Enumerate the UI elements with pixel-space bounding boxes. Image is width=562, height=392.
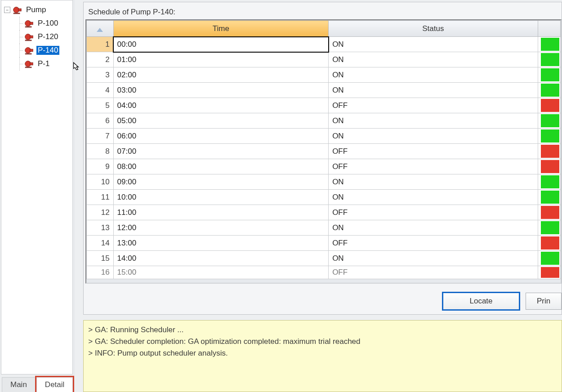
svg-rect-8	[25, 40, 32, 41]
cell-time[interactable]: 13:00	[113, 236, 329, 251]
cell-status[interactable]: ON	[329, 129, 538, 144]
pump-icon	[24, 32, 34, 42]
table-row[interactable]: 403:00ON	[87, 83, 561, 98]
row-number[interactable]: 8	[87, 144, 113, 159]
tree-item-p-140[interactable]: P-140	[16, 44, 71, 57]
cell-time[interactable]: 11:00	[113, 205, 329, 220]
row-number[interactable]: 7	[87, 129, 113, 144]
row-number[interactable]: 11	[87, 190, 113, 205]
print-button[interactable]: Prin	[526, 293, 562, 310]
status-color	[538, 251, 561, 266]
table-row[interactable]: 100:00ON	[87, 37, 561, 52]
table-row[interactable]: 1211:00OFF	[87, 205, 561, 220]
cell-status[interactable]: ON	[329, 190, 538, 205]
row-number[interactable]: 16	[87, 266, 113, 279]
tree-label: P-100	[36, 19, 59, 28]
cell-time[interactable]: 08:00	[113, 159, 329, 174]
table-row[interactable]: 1009:00ON	[87, 174, 561, 190]
cell-status[interactable]: ON	[329, 67, 538, 83]
cell-time[interactable]: 10:00	[113, 190, 329, 205]
row-number[interactable]: 6	[87, 113, 113, 129]
row-number[interactable]: 9	[87, 159, 113, 174]
cell-status[interactable]: OFF	[329, 98, 538, 113]
cell-status[interactable]: OFF	[329, 159, 538, 174]
row-number[interactable]: 1	[87, 37, 113, 52]
cell-status[interactable]: OFF	[329, 144, 538, 159]
table-row[interactable]: 706:00ON	[87, 129, 561, 144]
svg-rect-2	[13, 13, 20, 14]
cell-status[interactable]: ON	[329, 113, 538, 129]
table-row[interactable]: 605:00ON	[87, 113, 561, 129]
status-color	[538, 159, 561, 174]
log-line: > GA: Running Scheduler ...	[88, 324, 557, 336]
row-number[interactable]: 3	[87, 67, 113, 83]
cell-status[interactable]: ON	[329, 83, 538, 98]
collapse-icon[interactable]: −	[4, 7, 10, 13]
cell-time[interactable]: 09:00	[113, 174, 329, 190]
col-color[interactable]	[538, 21, 561, 37]
table-row[interactable]: 1110:00ON	[87, 190, 561, 205]
svg-rect-13	[30, 62, 33, 65]
cell-time[interactable]: 15:00	[113, 266, 329, 279]
table-row[interactable]: 1615:00OFF	[87, 266, 561, 279]
tree-panel[interactable]: − Pump P-100P-120P-140P-1	[1, 0, 73, 374]
cell-status[interactable]: OFF	[329, 236, 538, 251]
cell-status[interactable]: ON	[329, 220, 538, 236]
cell-status[interactable]: ON	[329, 174, 538, 190]
cell-time[interactable]: 02:00	[113, 67, 329, 83]
tree-label: P-1	[36, 59, 51, 68]
row-number[interactable]: 4	[87, 83, 113, 98]
tree-item-p-120[interactable]: P-120	[16, 30, 71, 44]
table-row[interactable]: 201:00ON	[87, 52, 561, 67]
table-row[interactable]: 807:00OFF	[87, 144, 561, 159]
cell-status[interactable]: OFF	[329, 205, 538, 220]
row-number[interactable]: 14	[87, 236, 113, 251]
svg-rect-14	[25, 67, 32, 68]
cell-time[interactable]: 04:00	[113, 98, 329, 113]
table-row[interactable]: 1312:00ON	[87, 220, 561, 236]
cell-time[interactable]: 06:00	[113, 129, 329, 144]
status-color	[538, 98, 561, 113]
row-number[interactable]: 2	[87, 52, 113, 67]
row-number[interactable]: 10	[87, 174, 113, 190]
cell-time[interactable]: 12:00	[113, 220, 329, 236]
cell-status[interactable]: ON	[329, 37, 538, 52]
row-number[interactable]: 15	[87, 251, 113, 266]
table-row[interactable]: 1514:00ON	[87, 251, 561, 266]
cell-time[interactable]: 03:00	[113, 83, 329, 98]
table-row[interactable]: 504:00OFF	[87, 98, 561, 113]
pump-icon	[24, 59, 34, 69]
tree-root-pump[interactable]: − Pump	[3, 3, 71, 17]
svg-rect-4	[30, 22, 33, 25]
row-number[interactable]: 5	[87, 98, 113, 113]
status-color	[538, 113, 561, 129]
cell-time[interactable]: 01:00	[113, 52, 329, 67]
locate-button[interactable]: Locate	[443, 293, 519, 310]
row-number[interactable]: 12	[87, 205, 113, 220]
row-number[interactable]: 13	[87, 220, 113, 236]
status-color	[538, 67, 561, 83]
tree-item-p-100[interactable]: P-100	[16, 17, 71, 30]
cell-time[interactable]: 00:00	[113, 37, 329, 52]
table-row[interactable]: 1413:00OFF	[87, 236, 561, 251]
cell-status[interactable]: OFF	[329, 266, 538, 279]
col-rownum[interactable]	[87, 21, 113, 37]
cell-time[interactable]: 14:00	[113, 251, 329, 266]
col-time[interactable]: Time	[113, 21, 329, 37]
tab-detail[interactable]: Detail	[36, 377, 73, 392]
cell-status[interactable]: ON	[329, 52, 538, 67]
schedule-panel: Schedule of Pump P-140: Time Status 100:…	[83, 2, 562, 315]
pump-icon	[24, 18, 34, 28]
table-row[interactable]: 302:00ON	[87, 67, 561, 83]
svg-rect-10	[30, 49, 33, 52]
schedule-grid[interactable]: Time Status 100:00ON201:00ON302:00ON403:…	[85, 19, 562, 284]
cell-time[interactable]: 07:00	[113, 144, 329, 159]
log-panel[interactable]: > GA: Running Scheduler ...> GA: Schedul…	[83, 320, 562, 392]
tab-main[interactable]: Main	[2, 377, 36, 392]
tree-item-p-1[interactable]: P-1	[16, 57, 71, 71]
cell-status[interactable]: ON	[329, 251, 538, 266]
cell-time[interactable]: 05:00	[113, 113, 329, 129]
col-status[interactable]: Status	[329, 21, 538, 37]
table-row[interactable]: 908:00OFF	[87, 159, 561, 174]
status-color	[538, 205, 561, 220]
